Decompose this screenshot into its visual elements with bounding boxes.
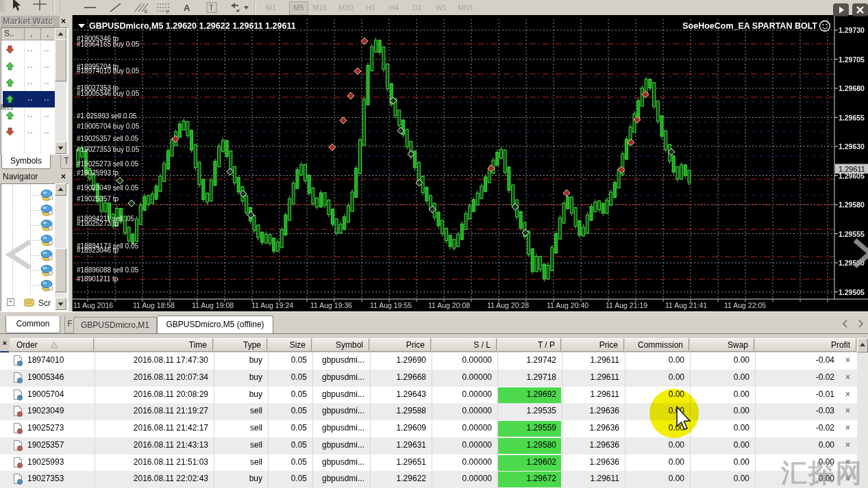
- svg-text:1.29505: 1.29505: [839, 288, 865, 296]
- svg-text:GBPUSDmicro,M5 1.29620 1.2962: GBPUSDmicro,M5 1.29620 1.29622 1.29611 1…: [89, 21, 296, 31]
- svg-text:11 Aug 18:58: 11 Aug 18:58: [133, 301, 175, 309]
- svg-text:1.29630: 1.29630: [839, 142, 865, 151]
- svg-text:#18901211 tp: #18901211 tp: [77, 275, 119, 283]
- svg-text:11 Aug 21:19: 11 Aug 21:19: [606, 301, 647, 309]
- svg-text:1.29555: 1.29555: [839, 230, 865, 238]
- svg-text:SoeHoeCom_EA SPARTAN BOLT: SoeHoeCom_EA SPARTAN BOLT: [682, 21, 817, 31]
- svg-text:#18974010 buy 0.05: #18974010 buy 0.05: [77, 67, 140, 75]
- svg-text:11 Aug 19:08: 11 Aug 19:08: [192, 301, 234, 309]
- svg-text:F: F: [166, 10, 169, 14]
- svg-text:11 Aug 20:08: 11 Aug 20:08: [428, 301, 470, 309]
- svg-text:T: T: [209, 3, 214, 12]
- svg-text:11 Aug 22:05: 11 Aug 22:05: [724, 301, 766, 309]
- svg-text:#18923046 tp: #18923046 tp: [77, 246, 119, 254]
- svg-text:#19023049 sell 0.05: #19023049 sell 0.05: [77, 184, 139, 192]
- svg-text:1.29680: 1.29680: [839, 84, 865, 92]
- svg-text:#19025357 sell 0.05: #19025357 sell 0.05: [77, 135, 139, 142]
- svg-text:11 Aug 21:41: 11 Aug 21:41: [665, 301, 707, 309]
- svg-text:11 Aug 2016: 11 Aug 2016: [73, 301, 113, 309]
- svg-text:#19025273 tp: #19025273 tp: [77, 220, 119, 227]
- svg-text:#18964165 buy 0.05: #18964165 buy 0.05: [77, 40, 140, 48]
- svg-text:1.29611: 1.29611: [839, 165, 865, 173]
- svg-text:11 Aug 19:24: 11 Aug 19:24: [251, 301, 293, 309]
- svg-text:#19027353 buy 0.05: #19027353 buy 0.05: [77, 146, 140, 153]
- svg-text:#18896088 sell 0.05: #18896088 sell 0.05: [77, 266, 139, 274]
- svg-text:#19005346 buy 0.05: #19005346 buy 0.05: [77, 90, 140, 97]
- svg-text:11 Aug 19:36: 11 Aug 19:36: [310, 301, 352, 309]
- svg-text:#19005704 buy 0.05: #19005704 buy 0.05: [77, 123, 140, 130]
- svg-text:#19025273 sell 0.05: #19025273 sell 0.05: [77, 160, 139, 168]
- svg-text:1.29580: 1.29580: [839, 201, 865, 209]
- svg-text:E: E: [145, 9, 148, 14]
- svg-text:11 Aug 19:55: 11 Aug 19:55: [370, 301, 412, 309]
- svg-text:1.29705: 1.29705: [839, 55, 865, 64]
- svg-text:#19025993 tp: #19025993 tp: [77, 169, 119, 177]
- svg-text:#19025357 tp: #19025357 tp: [77, 195, 119, 203]
- svg-text:A: A: [184, 3, 190, 13]
- svg-text:1.29655: 1.29655: [839, 114, 865, 122]
- svg-text:11 Aug 20:40: 11 Aug 20:40: [547, 301, 588, 309]
- svg-text:#1 025993 sell 0.05: #1 025993 sell 0.05: [77, 112, 137, 120]
- svg-text:11 Aug 20:28: 11 Aug 20:28: [487, 301, 529, 309]
- svg-text:1.29730: 1.29730: [839, 26, 865, 34]
